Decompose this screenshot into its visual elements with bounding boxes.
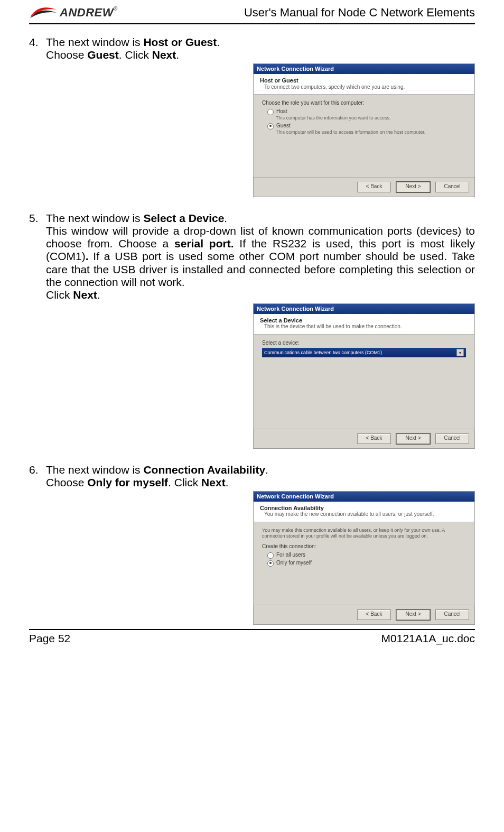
- back-button[interactable]: < Back: [357, 609, 391, 620]
- wizard-select-device: Network Connection Wizard Select a Devic…: [253, 303, 475, 449]
- step-5-line1: The next window is Select a Device.: [46, 212, 475, 225]
- chevron-down-icon: ▾: [456, 349, 464, 356]
- next-button[interactable]: Next >: [396, 182, 430, 192]
- radio-host-desc: This computer has the information you wa…: [276, 115, 466, 121]
- wizard-connection-availability: Network Connection Wizard Connection Ava…: [253, 491, 475, 625]
- wizard-prompt: Choose the role you want for this comput…: [262, 100, 466, 106]
- doc-filename: M0121A1A_uc.doc: [381, 632, 475, 645]
- wizard-titlebar: Network Connection Wizard: [254, 492, 474, 502]
- logo: ANDREW®: [29, 5, 118, 20]
- page-header: ANDREW® User's Manual for Node C Network…: [29, 5, 475, 23]
- step-6-line2: Choose Only for myself. Click Next.: [46, 476, 475, 489]
- step-number: 6.: [29, 464, 46, 489]
- page-footer: Page 52 M0121A1A_uc.doc: [29, 632, 475, 645]
- step-number: 4.: [29, 36, 46, 61]
- wizard-heading: Host or Guest: [260, 77, 298, 84]
- wizard-subheading: This is the device that will be used to …: [260, 323, 469, 330]
- device-dropdown[interactable]: Communications cable between two compute…: [262, 348, 466, 357]
- radio-guest-desc: This computer will be used to access inf…: [276, 130, 466, 135]
- logo-icon: [29, 5, 58, 20]
- wizard-subheading: To connect two computers, specify which …: [260, 84, 469, 90]
- wizard-titlebar: Network Connection Wizard: [254, 64, 474, 74]
- step-4-line1: The next window is Host or Guest.: [46, 36, 475, 49]
- document-title: User's Manual for Node C Network Element…: [244, 6, 475, 20]
- radio-only-myself[interactable]: Only for myself: [267, 560, 466, 567]
- wizard-note: You may make this connection available t…: [262, 528, 466, 540]
- radio-icon: [267, 123, 274, 130]
- step-5: 5. The next window is Select a Device. T…: [29, 212, 475, 301]
- radio-icon: [267, 560, 274, 567]
- footer-rule: [29, 629, 475, 630]
- radio-icon: [267, 109, 274, 115]
- cancel-button[interactable]: Cancel: [435, 433, 469, 444]
- wizard-heading: Select a Device: [260, 317, 302, 323]
- radio-host[interactable]: Host: [267, 108, 466, 115]
- header-rule: [29, 23, 475, 24]
- cancel-button[interactable]: Cancel: [435, 609, 469, 620]
- back-button[interactable]: < Back: [357, 182, 391, 192]
- radio-guest[interactable]: Guest: [267, 123, 466, 130]
- step-4-line2: Choose Guest. Click Next.: [46, 49, 475, 61]
- dropdown-value: Communications cable between two compute…: [264, 350, 382, 355]
- next-button[interactable]: Next >: [396, 609, 430, 620]
- logo-text: ANDREW®: [60, 6, 118, 20]
- next-button[interactable]: Next >: [396, 433, 430, 444]
- cancel-button[interactable]: Cancel: [435, 182, 469, 192]
- wizard-subheading: You may make the new connection availabl…: [260, 511, 469, 517]
- wizard-host-or-guest: Network Connection Wizard Host or Guest …: [253, 63, 475, 197]
- back-button[interactable]: < Back: [357, 433, 391, 444]
- step-4: 4. The next window is Host or Guest. Cho…: [29, 36, 475, 61]
- wizard-prompt: Create this connection:: [262, 543, 466, 550]
- step-5-line3: Click Next.: [46, 289, 475, 301]
- radio-all-users[interactable]: For all users: [267, 552, 466, 559]
- step-5-paragraph: This window will provide a drop-down lis…: [46, 225, 475, 289]
- step-6-line1: The next window is Connection Availabili…: [46, 464, 475, 476]
- page-number: Page 52: [29, 632, 70, 645]
- wizard-prompt: Select a device:: [262, 340, 466, 346]
- step-number: 5.: [29, 212, 46, 301]
- radio-icon: [267, 552, 274, 559]
- wizard-titlebar: Network Connection Wizard: [254, 304, 474, 314]
- step-6: 6. The next window is Connection Availab…: [29, 464, 475, 489]
- wizard-heading: Connection Availability: [260, 505, 324, 511]
